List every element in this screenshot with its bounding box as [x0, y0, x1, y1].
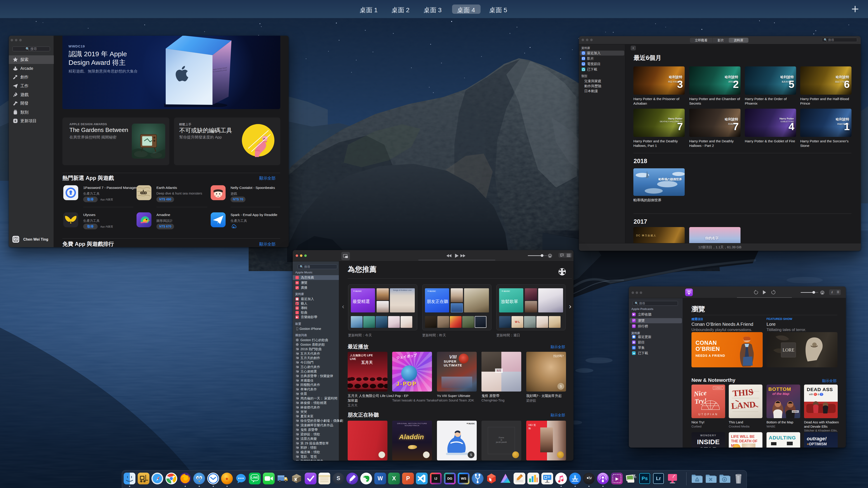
- svg-text:LAND: LAND: [731, 400, 756, 411]
- svg-text:THIS: THIS: [733, 387, 754, 398]
